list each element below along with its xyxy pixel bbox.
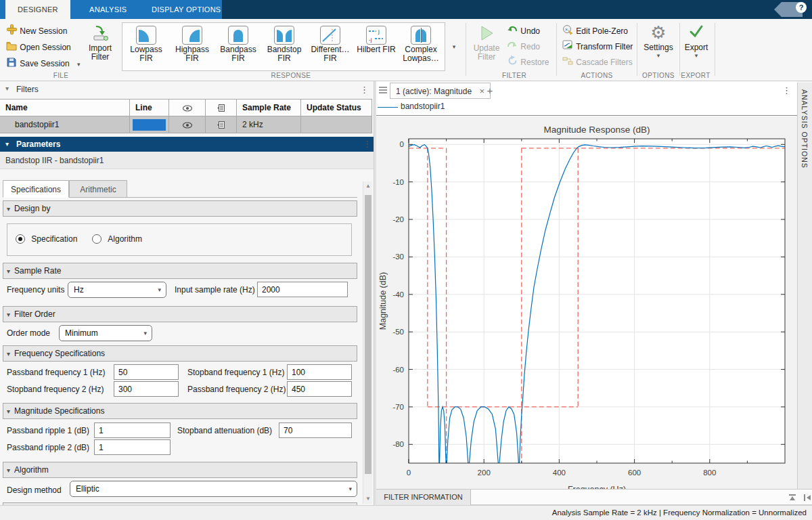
design-method-dropdown[interactable]: Elliptic ▾ (70, 481, 357, 497)
transform-filter-icon (562, 40, 574, 54)
annotation-icon[interactable] (217, 121, 225, 129)
gallery-item-bandpass-fir[interactable]: BandpassFIR (216, 24, 261, 69)
export-button[interactable]: Export ▾ (681, 22, 712, 59)
actions-section-label: ACTIONS (556, 72, 637, 79)
display-tab-magnitude[interactable]: 1 (active): Magnitude × (390, 83, 491, 99)
scroll-up-icon[interactable]: ▲ (363, 181, 373, 191)
passband-ripple2-field[interactable] (94, 439, 171, 455)
passband-freq1-field[interactable] (114, 364, 179, 380)
gallery-item-bandstop-fir[interactable]: BandstopFIR (262, 24, 307, 69)
radio-specification[interactable]: Specification (16, 234, 77, 244)
cascade-filters-button[interactable]: Cascade Filters (562, 56, 633, 69)
eye-icon[interactable] (182, 121, 193, 129)
magnitude-response-chart[interactable]: 02004006008000-10-20-30-40-50-60-70-80Ma… (376, 116, 797, 489)
col-update-status[interactable]: Update Status (301, 100, 372, 116)
expand-filter-information-icon[interactable] (788, 493, 797, 502)
save-session-button[interactable]: Save Session ▾ (5, 57, 81, 70)
scroll-down-icon[interactable]: ▼ (363, 494, 373, 504)
design-by-section-header[interactable]: ▾Design by (3, 200, 357, 217)
new-session-button[interactable]: New Session (5, 24, 67, 38)
import-filter-button[interactable]: ImportFilter (83, 24, 118, 62)
gallery-expand-button[interactable]: ▾ (448, 38, 460, 54)
filter-row-bandstopiir1[interactable]: bandstopiir1 2 kHz (0, 116, 372, 133)
col-annotation[interactable] (206, 100, 237, 116)
add-display-tab-button[interactable]: + (483, 84, 497, 98)
tab-display-options[interactable]: DISPLAY OPTIONS (139, 0, 233, 19)
gallery-item-complex-lowpass[interactable]: ComplexLowpas… (399, 24, 443, 69)
scrollbar-thumb[interactable] (365, 195, 371, 474)
svg-text:-50: -50 (392, 328, 404, 336)
filters-menu-icon[interactable]: ⋮ (360, 85, 369, 95)
frequency-units-dropdown[interactable]: Hz ▾ (68, 282, 166, 298)
tab-designer[interactable]: DESIGNER (5, 0, 70, 19)
filter-name-cell[interactable]: bandstopiir1 (0, 116, 130, 133)
tab-analysis[interactable]: ANALYSIS (77, 0, 139, 19)
stopband-freq1-field[interactable] (287, 364, 352, 380)
dock-filter-information-icon[interactable] (803, 493, 812, 502)
tab-arithmetic[interactable]: Arithmetic (69, 180, 127, 198)
bandpass-fir-icon (228, 26, 248, 45)
undo-button[interactable]: Undo (506, 24, 540, 38)
passband-freq2-field[interactable] (287, 381, 352, 397)
gear-icon: ⚙ (639, 22, 677, 43)
restore-button[interactable]: Restore (506, 56, 549, 69)
collapse-triangle-icon: ▾ (7, 350, 10, 358)
frequency-specs-section-header[interactable]: ▾Frequency Specifications (3, 345, 357, 362)
filters-panel-header: ▾ Filters ⋮ (0, 83, 374, 99)
update-filter-button[interactable]: UpdateFilter (471, 24, 502, 62)
radio-algorithm[interactable]: Algorithm (92, 234, 142, 244)
stopband-attenuation-field[interactable] (279, 422, 352, 438)
passband-ripple2-label: Passband ripple 2 (dB) (7, 439, 89, 456)
tab-grip-icon[interactable] (379, 87, 387, 95)
svg-text:200: 200 (478, 469, 491, 477)
col-line[interactable]: Line (130, 100, 169, 116)
export-dropdown-icon: ▾ (681, 52, 712, 59)
edit-pole-zero-button[interactable]: × Edit Pole-Zero (562, 24, 628, 38)
algorithm-section-header[interactable]: ▾Algorithm (3, 462, 357, 478)
settings-button[interactable]: ⚙ Settings ▾ (639, 22, 677, 59)
filter-annotation-cell[interactable] (206, 116, 237, 133)
status-bar: Analysis Sample Rate = 2 kHz | Frequency… (0, 505, 812, 520)
magnitude-specs-section-header[interactable]: ▾Magnitude Specifications (3, 403, 357, 419)
col-visibility[interactable] (169, 100, 206, 116)
order-mode-dropdown[interactable]: Minimum ▾ (59, 325, 152, 341)
parameters-menu-icon[interactable]: ⋮ (363, 137, 371, 152)
col-name[interactable]: Name (0, 100, 130, 116)
legend-label[interactable]: bandstopiir1 (401, 102, 445, 111)
parameters-collapse-icon[interactable]: ▾ (5, 137, 9, 152)
tab-specifications[interactable]: Specifications (3, 180, 69, 198)
filter-line-cell[interactable] (130, 116, 169, 133)
display-menu-icon[interactable]: ⋮ (782, 85, 791, 95)
filter-information-tab[interactable]: FILTER INFORMATION (376, 490, 471, 505)
passband-ripple1-field[interactable] (94, 422, 171, 438)
analysis-options-label[interactable]: ANALYSIS OPTIONS (800, 89, 809, 169)
gallery-item-hilbert-fir[interactable]: j-j Hilbert FIR (354, 24, 399, 69)
open-session-button[interactable]: Open Session (5, 41, 71, 54)
stopband-freq2-field[interactable] (114, 381, 179, 397)
line-color-swatch[interactable] (133, 119, 166, 131)
svg-text:j: j (378, 28, 380, 35)
filters-collapse-icon[interactable]: ▾ (5, 85, 9, 92)
help-icon[interactable]: ? (796, 2, 807, 13)
save-session-dropdown-icon[interactable]: ▾ (77, 61, 81, 68)
collapse-triangle-icon: ▾ (7, 467, 10, 474)
parameters-scrollbar[interactable]: ▲ ▼ (363, 181, 372, 504)
filter-visibility-cell[interactable] (169, 116, 206, 133)
sample-rate-section-header[interactable]: ▾Sample Rate (3, 263, 357, 279)
gallery-item-differentiator-fir[interactable]: Different…FIR (308, 24, 353, 69)
gallery-item-lowpass-fir[interactable]: LowpassFIR (124, 24, 168, 69)
collapse-triangle-icon: ▾ (7, 408, 10, 415)
redo-button[interactable]: Redo (506, 40, 540, 53)
radio-algorithm-circle[interactable] (92, 234, 102, 244)
gallery-item-highpass-fir[interactable]: HighpassFIR (170, 24, 215, 69)
frequency-units-label: Frequency units (7, 282, 64, 298)
radio-specification-circle[interactable] (16, 234, 25, 244)
undo-icon (506, 25, 518, 39)
svg-text:Magnitude Response (dB): Magnitude Response (dB) (544, 125, 650, 135)
transform-filter-button[interactable]: Transform Filter (562, 40, 633, 53)
input-sample-rate-field[interactable] (257, 282, 348, 297)
filter-section-label: FILTER (474, 72, 555, 79)
col-sample-rate[interactable]: Sample Rate (237, 100, 301, 116)
filter-order-section-header[interactable]: ▾Filter Order (3, 306, 357, 322)
analysis-options-strip[interactable]: ANALYSIS OPTIONS (797, 83, 812, 489)
